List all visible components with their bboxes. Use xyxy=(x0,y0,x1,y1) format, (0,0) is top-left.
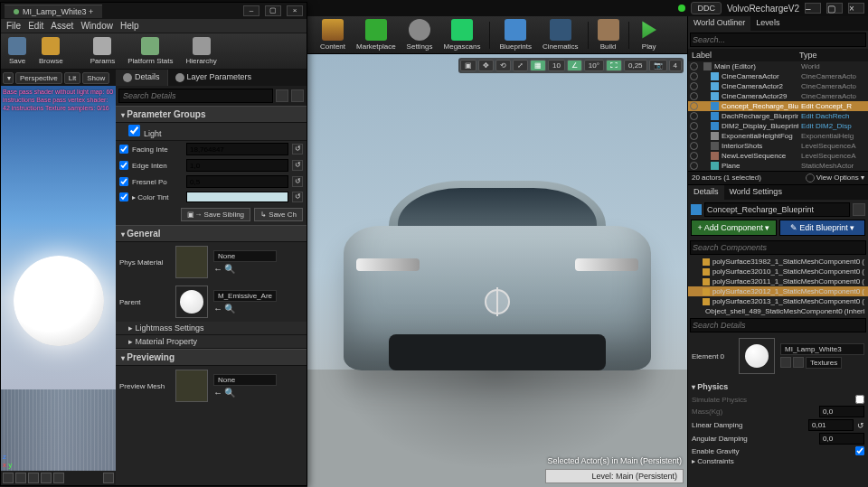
param-groups-header[interactable]: Parameter Groups xyxy=(116,106,307,123)
outliner-row[interactable]: CineCameraActor2CineCameraActo xyxy=(688,81,868,91)
level-button[interactable]: Level: Main (Persistent) xyxy=(545,469,684,483)
col-label[interactable]: Label xyxy=(692,51,799,60)
cinematics-button[interactable]: Cinematics xyxy=(539,17,582,52)
tab-levels[interactable]: Levels xyxy=(750,16,785,31)
camera-speed-icon[interactable]: 📷 xyxy=(649,60,667,71)
outliner-row[interactable]: ExponentialHeightFogExponentialHeig xyxy=(688,131,868,141)
visibility-eye-icon[interactable] xyxy=(690,112,698,120)
inner-minimize-icon[interactable]: – xyxy=(243,5,259,16)
shape-cube-button[interactable] xyxy=(41,473,52,483)
mass-value[interactable]: 0,0 xyxy=(819,406,864,417)
rotate-mode-button[interactable]: ⟲ xyxy=(495,60,511,71)
fresnel-checkbox[interactable] xyxy=(119,177,128,186)
enable-gravity-checkbox[interactable] xyxy=(855,446,864,455)
reset-icon[interactable]: ↺ xyxy=(292,160,303,171)
material-preview-viewport[interactable]: Base pass shader without light map: 60 i… xyxy=(1,86,116,471)
components-search-input[interactable] xyxy=(690,240,866,255)
add-component-button[interactable]: + Add Component ▾ xyxy=(691,220,777,236)
general-header[interactable]: General xyxy=(116,225,307,242)
scale-mode-button[interactable]: ⤢ xyxy=(513,60,528,71)
browse-icon[interactable] xyxy=(793,357,804,368)
filter-icon[interactable] xyxy=(276,89,288,102)
viewport-grid-button[interactable] xyxy=(103,473,114,483)
outliner-row[interactable]: CineCameraActor29CineCameraActo xyxy=(688,91,868,101)
vp-show-button[interactable]: Show xyxy=(82,72,109,84)
inner-titlebar[interactable]: MI_Lamp_White3 + – ▢ × xyxy=(1,3,307,19)
outliner-row[interactable]: Main (Editor)World xyxy=(688,61,868,71)
visibility-eye-icon[interactable] xyxy=(690,142,698,150)
vp-options-button[interactable]: ▾ xyxy=(3,72,14,84)
use-icon[interactable]: ← xyxy=(213,264,222,274)
vp-lit-button[interactable]: Lit xyxy=(64,72,80,84)
component-row[interactable]: polySurface32010_1_StaticMeshComponent0 … xyxy=(688,267,868,276)
fresnel-input[interactable] xyxy=(186,175,288,188)
find-icon[interactable]: 🔍 xyxy=(224,304,235,314)
col-type[interactable]: Type xyxy=(799,51,864,60)
light-group-header[interactable]: Light xyxy=(116,123,307,141)
edit-blueprint-button[interactable]: ✎ Edit Blueprint ▾ xyxy=(779,220,865,236)
component-row[interactable]: polySurface32011_1_StaticMeshComponent0 … xyxy=(688,276,868,286)
outliner-search-input[interactable] xyxy=(690,33,866,47)
grid-snap-value[interactable]: 10 xyxy=(548,60,565,71)
inner-maximize-icon[interactable]: ▢ xyxy=(265,5,281,16)
outliner-row[interactable]: Concept_Recharge_BlueprintEdit Concept_R xyxy=(688,101,868,111)
material-thumbnail[interactable] xyxy=(739,338,775,374)
vp-perspective-button[interactable]: Perspective xyxy=(15,72,62,84)
preview-mesh-dropdown[interactable]: None xyxy=(213,374,277,386)
play-button[interactable]: Play xyxy=(635,17,664,52)
component-row[interactable]: polySurface31982_1_StaticMeshComponent0 … xyxy=(688,257,868,267)
light-group-checkbox[interactable] xyxy=(128,125,140,136)
lightmass-header[interactable]: ▸ Lightmass Settings xyxy=(116,322,307,335)
save-child-button[interactable]: ↳ Save Ch xyxy=(254,208,303,221)
translate-mode-button[interactable]: ✥ xyxy=(478,60,494,71)
close-icon[interactable]: × xyxy=(848,3,864,14)
constraints-label[interactable]: ▸ Constraints xyxy=(692,457,864,465)
save-sibling-button[interactable]: ▣→ Save Sibling xyxy=(181,208,250,221)
outliner-row[interactable]: DIM2_Display_BlueprintEdit DIM2_Disp xyxy=(688,121,868,131)
visibility-eye-icon[interactable] xyxy=(690,122,698,130)
camera-speed-value[interactable]: 4 xyxy=(669,60,682,71)
find-icon[interactable]: 🔍 xyxy=(224,388,235,398)
minimize-icon[interactable]: – xyxy=(805,3,821,14)
visibility-eye-icon[interactable] xyxy=(690,152,698,160)
shape-sphere-button[interactable] xyxy=(15,473,26,483)
outliner-row[interactable]: DachRecharge_BlueprintEdit DachRech xyxy=(688,111,868,121)
component-row[interactable]: polySurface32012_1_StaticMeshComponent0 … xyxy=(688,286,868,296)
reset-icon[interactable]: ↺ xyxy=(857,421,864,430)
tab-mat-details[interactable]: Details xyxy=(116,70,167,86)
select-mode-button[interactable]: ▣ xyxy=(460,60,476,71)
browse-asset-icon[interactable] xyxy=(853,203,865,216)
edge-checkbox[interactable] xyxy=(119,161,128,170)
facing-input[interactable] xyxy=(186,143,288,155)
textures-dropdown[interactable]: Textures xyxy=(806,357,842,369)
phys-mat-dropdown[interactable]: None xyxy=(213,250,277,262)
level-viewport[interactable]: ▣ ✥ ⟲ ⤢ ▦ 10 ∠ 10° ⛶ 0,25 📷 4 Selected A… xyxy=(307,54,687,487)
details-search-input[interactable] xyxy=(690,318,866,332)
maximize-icon[interactable]: ▢ xyxy=(826,3,843,14)
menu-asset[interactable]: Asset xyxy=(51,21,73,31)
tab-world-settings[interactable]: World Settings xyxy=(724,185,788,200)
outliner-row[interactable]: PlaneStaticMeshActor xyxy=(688,161,868,171)
grid-snap-toggle[interactable]: ▦ xyxy=(530,60,546,71)
outliner-row[interactable]: CineCameraActorCineCameraActo xyxy=(688,71,868,81)
visibility-eye-icon[interactable] xyxy=(690,132,698,140)
material-property-header[interactable]: ▸ Material Property xyxy=(116,335,307,349)
angle-snap-value[interactable]: 10° xyxy=(584,60,604,71)
inner-close-icon[interactable]: × xyxy=(287,5,303,16)
physics-header[interactable]: Physics xyxy=(692,379,864,394)
material-dropdown[interactable]: MI_Lamp_White3 xyxy=(780,343,864,355)
scale-snap-value[interactable]: 0,25 xyxy=(624,60,647,71)
visibility-eye-icon[interactable] xyxy=(690,62,698,70)
phys-mat-thumbnail[interactable] xyxy=(175,246,208,278)
menu-help[interactable]: Help xyxy=(120,21,139,31)
angle-snap-toggle[interactable]: ∠ xyxy=(567,60,582,71)
preview-mesh-thumbnail[interactable] xyxy=(175,370,208,402)
shape-mesh-button[interactable] xyxy=(53,473,64,483)
menu-window[interactable]: Window xyxy=(80,21,113,31)
eye-icon[interactable] xyxy=(291,89,304,102)
reset-icon[interactable]: ↺ xyxy=(292,144,303,155)
parent-thumbnail[interactable] xyxy=(175,286,208,318)
scale-snap-toggle[interactable]: ⛶ xyxy=(606,60,622,71)
parent-dropdown[interactable]: M_Emissive_Are xyxy=(213,290,277,302)
outliner-row[interactable]: NewLevelSequenceLevelSequenceA xyxy=(688,151,868,161)
